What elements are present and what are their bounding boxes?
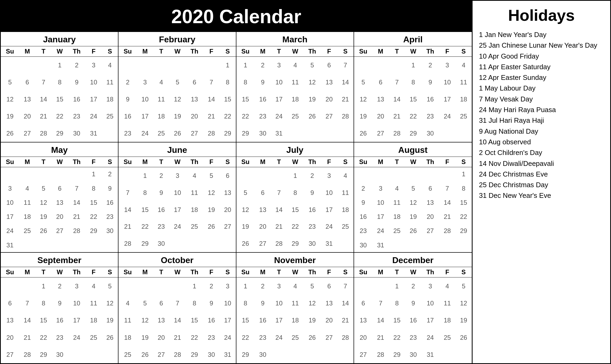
day-cell: 21 [203, 108, 219, 125]
day-cell: 25 [287, 329, 303, 346]
day-cell: 9 [303, 184, 321, 201]
day-cell: 12 [405, 195, 421, 210]
day-header: S [337, 46, 354, 57]
day-cell: 2 [405, 277, 421, 295]
day-cell [271, 167, 287, 184]
day-cell: 1 [219, 57, 236, 74]
day-cell: 16 [68, 91, 85, 108]
day-cell: 2 [303, 167, 321, 184]
day-cell: 6 [372, 74, 389, 91]
day-header: Su [1, 46, 19, 57]
day-header: T [271, 46, 287, 57]
day-header: M [137, 267, 153, 277]
day-cell: 13 [219, 184, 236, 201]
day-cell: 11 [439, 295, 455, 312]
day-cell [203, 57, 219, 74]
day-cell: 11 [337, 184, 354, 201]
day-cell: 25 [456, 108, 472, 125]
day-cell: 3 [85, 57, 102, 74]
day-cell: 13 [255, 201, 271, 218]
day-cell [19, 238, 35, 252]
day-cell: 27 [372, 125, 389, 142]
month-cell-december: DecemberSuMTWThFS12345678910111213141516… [354, 253, 472, 363]
day-cell: 2 [203, 277, 219, 295]
day-cell: 10 [271, 74, 287, 91]
day-cell [102, 238, 118, 252]
day-cell: 24 [271, 108, 287, 125]
day-cell: 24 [1, 224, 19, 238]
day-cell: 7 [439, 181, 455, 195]
holiday-item: 7 May Vesak Day [479, 94, 604, 104]
day-cell: 2 [52, 277, 68, 295]
day-cell: 11 [186, 184, 203, 201]
day-cell: 27 [153, 346, 169, 363]
day-cell: 29 [186, 346, 203, 363]
day-cell: 6 [354, 295, 372, 312]
day-cell: 7 [68, 181, 85, 195]
day-cell [456, 346, 472, 363]
day-cell: 22 [186, 329, 203, 346]
day-header: W [169, 46, 186, 57]
month-table: SuMTWThFS1234567891011121314151617181920… [236, 157, 354, 252]
day-cell: 25 [287, 108, 303, 125]
day-cell: 9 [153, 184, 169, 201]
day-cell: 14 [169, 312, 186, 329]
month-table: SuMTWThFS1234567891011121314151617181920… [1, 46, 118, 142]
day-cell [303, 125, 321, 142]
day-cell: 18 [153, 108, 169, 125]
day-cell: 5 [203, 167, 219, 184]
day-cell: 8 [236, 295, 255, 312]
day-header: S [337, 157, 354, 167]
day-cell: 26 [456, 329, 472, 346]
day-header: F [439, 46, 455, 57]
day-cell: 5 [137, 295, 153, 312]
month-cell-november: NovemberSuMTWThFS12345678910111213141516… [236, 253, 354, 363]
day-cell [186, 57, 203, 74]
day-cell: 27 [52, 224, 68, 238]
day-cell: 18 [456, 91, 472, 108]
day-cell [85, 346, 102, 363]
day-cell: 15 [52, 91, 68, 108]
day-cell [169, 277, 186, 295]
day-cell: 21 [389, 108, 405, 125]
day-cell: 22 [287, 218, 303, 235]
day-cell: 21 [439, 210, 455, 224]
day-cell [19, 277, 35, 295]
day-cell: 14 [439, 195, 455, 210]
day-header: M [255, 46, 271, 57]
day-cell [236, 167, 255, 184]
day-cell: 1 [186, 277, 203, 295]
day-cell: 25 [153, 125, 169, 142]
day-cell [153, 277, 169, 295]
day-cell: 20 [1, 329, 19, 346]
day-cell: 30 [303, 235, 321, 252]
month-table: SuMTWThFS1234567891011121314151617181920… [118, 157, 236, 252]
day-cell: 29 [389, 346, 405, 363]
day-header: Th [303, 267, 321, 277]
day-cell: 19 [35, 210, 52, 224]
holiday-item: 24 Dec Christmas Eve [479, 169, 604, 179]
day-cell [1, 277, 19, 295]
day-cell: 18 [85, 312, 102, 329]
day-cell: 13 [321, 74, 337, 91]
day-cell: 31 [219, 346, 236, 363]
day-cell: 31 [372, 238, 389, 252]
day-cell: 12 [354, 91, 372, 108]
day-cell: 17 [68, 312, 85, 329]
day-cell: 29 [287, 235, 303, 252]
holiday-item: 25 Jan Chinese Lunar New Year's Day [479, 40, 604, 51]
day-cell: 11 [153, 91, 169, 108]
day-header: W [52, 267, 68, 277]
day-cell: 12 [203, 184, 219, 201]
holidays-section: Holidays 1 Jan New Year's Day25 Jan Chin… [473, 0, 611, 364]
month-cell-april: AprilSuMTWThFS12345678910111213141516171… [354, 32, 472, 142]
day-header: T [271, 267, 287, 277]
day-cell: 6 [421, 181, 439, 195]
day-header: Th [186, 157, 203, 167]
day-cell: 30 [68, 125, 85, 142]
day-cell [1, 57, 19, 74]
holiday-item: 31 Dec New Year's Eve [479, 190, 604, 201]
holiday-item: 31 Jul Hari Raya Haji [479, 115, 604, 126]
day-cell: 3 [68, 277, 85, 295]
day-cell: 18 [287, 91, 303, 108]
